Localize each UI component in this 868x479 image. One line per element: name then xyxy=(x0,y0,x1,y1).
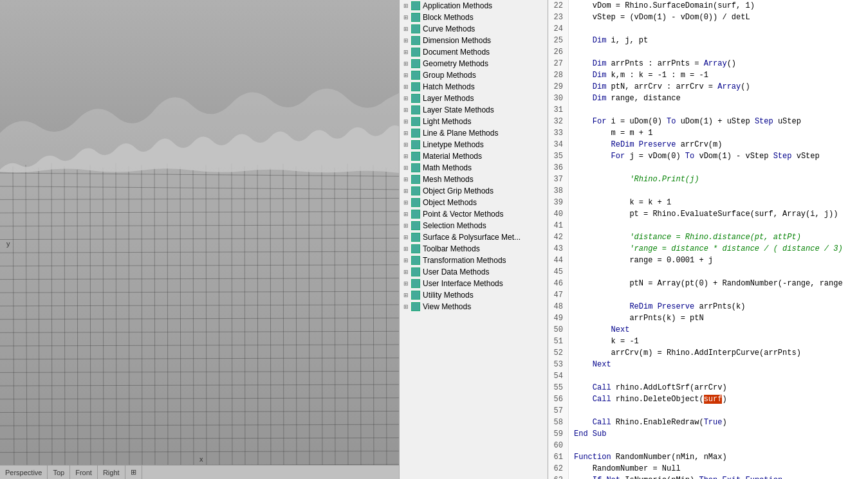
line-content-31 xyxy=(569,104,574,116)
tree-item-icon-22 xyxy=(411,256,420,265)
tree-item-icon-21 xyxy=(411,244,420,253)
code-line-30: 30 Dim range, distance xyxy=(548,93,868,104)
tree-item-label-2: Curve Methods xyxy=(423,24,475,33)
tree-item-25[interactable]: ⊞Utility Methods xyxy=(400,289,548,301)
line-number-25: 25 xyxy=(548,35,569,46)
tree-item-23[interactable]: ⊞User Data Methods xyxy=(400,266,548,278)
code-line-27: 27 Dim arrPnts : arrPnts = Array() xyxy=(548,58,868,69)
tree-item-label-12: Linetype Methods xyxy=(423,140,484,149)
line-number-49: 49 xyxy=(548,312,569,324)
expand-icon-2: ⊞ xyxy=(402,25,410,33)
code-line-33: 33 m = m + 1 xyxy=(548,127,868,139)
expand-icon-16: ⊞ xyxy=(402,187,410,195)
line-number-35: 35 xyxy=(548,150,569,162)
line-content-63: If Not IsNumeric(nMin) Then Exit Functio… xyxy=(569,474,782,479)
line-number-62: 62 xyxy=(548,463,569,474)
tree-item-8[interactable]: ⊞Layer Methods xyxy=(400,93,548,104)
code-line-47: 47 xyxy=(548,289,868,301)
line-content-60 xyxy=(569,440,574,451)
tab-top[interactable]: Top xyxy=(48,465,70,479)
tab-right[interactable]: Right xyxy=(98,465,125,479)
code-line-23: 23 vStep = (vDom(1) - vDom(0)) / detL xyxy=(548,12,868,23)
tree-item-12[interactable]: ⊞Linetype Methods xyxy=(400,139,548,150)
tree-item-0[interactable]: ⊞Application Methods xyxy=(400,0,548,12)
line-number-30: 30 xyxy=(548,93,569,104)
expand-icon-26: ⊞ xyxy=(402,303,410,311)
code-line-28: 28 Dim k,m : k = -1 : m = -1 xyxy=(548,69,868,81)
tree-item-label-19: Selection Methods xyxy=(423,221,486,230)
code-line-49: 49 arrPnts(k) = ptN xyxy=(548,312,868,324)
line-content-33: m = m + 1 xyxy=(569,127,652,139)
tree-item-label-9: Layer State Methods xyxy=(423,105,494,114)
tree-item-13[interactable]: ⊞Material Methods xyxy=(400,150,548,162)
line-content-45 xyxy=(569,266,574,278)
line-number-55: 55 xyxy=(548,382,569,393)
tree-item-icon-16 xyxy=(411,186,420,195)
expand-icon-21: ⊞ xyxy=(402,245,410,253)
tree-item-5[interactable]: ⊞Geometry Methods xyxy=(400,58,548,69)
code-editor[interactable]: 22 vDom = Rhino.SurfaceDomain(surf, 1)23… xyxy=(548,0,868,479)
tree-item-14[interactable]: ⊞Math Methods xyxy=(400,162,548,174)
line-content-62: RandomNumber = Null xyxy=(569,463,681,474)
tree-item-4[interactable]: ⊞Document Methods xyxy=(400,46,548,58)
line-number-39: 39 xyxy=(548,197,569,208)
expand-icon-7: ⊞ xyxy=(402,83,410,91)
tree-item-label-14: Math Methods xyxy=(423,163,472,172)
tree-item-15[interactable]: ⊞Mesh Methods xyxy=(400,174,548,185)
line-content-29: Dim ptN, arrCrv : arrCrv = Array() xyxy=(569,81,750,93)
tab-grid[interactable]: ⊞ xyxy=(125,465,142,479)
line-content-22: vDom = Rhino.SurfaceDomain(surf, 1) xyxy=(569,0,755,12)
line-content-58: Call Rhino.EnableRedraw(True) xyxy=(569,417,727,428)
expand-icon-11: ⊞ xyxy=(402,129,410,137)
line-content-35: For j = vDom(0) To vDom(1) - vStep Step … xyxy=(569,150,820,162)
line-number-42: 42 xyxy=(548,231,569,243)
tree-item-19[interactable]: ⊞Selection Methods xyxy=(400,220,548,231)
line-content-30: Dim range, distance xyxy=(569,93,681,104)
tree-item-24[interactable]: ⊞User Interface Methods xyxy=(400,278,548,289)
tab-front[interactable]: Front xyxy=(70,465,98,479)
viewport-tab-bar: Perspective Top Front Right ⊞ xyxy=(0,465,399,479)
code-line-24: 24 xyxy=(548,23,868,35)
code-line-43: 43 'range = distance * distance / ( dist… xyxy=(548,243,868,255)
line-content-61: Function RandomNumber(nMin, nMax) xyxy=(569,451,727,463)
code-line-59: 59End Sub xyxy=(548,428,868,440)
tree-item-9[interactable]: ⊞Layer State Methods xyxy=(400,104,548,116)
tree-item-label-4: Document Methods xyxy=(423,48,490,57)
tree-item-7[interactable]: ⊞Hatch Methods xyxy=(400,81,548,93)
tree-item-1[interactable]: ⊞Block Methods xyxy=(400,12,548,23)
tree-item-17[interactable]: ⊞Object Methods xyxy=(400,197,548,208)
code-line-31: 31 xyxy=(548,104,868,116)
tree-item-20[interactable]: ⊞Surface & Polysurface Met... xyxy=(400,231,548,243)
tree-item-11[interactable]: ⊞Line & Plane Methods xyxy=(400,127,548,139)
line-number-44: 44 xyxy=(548,255,569,266)
tree-item-6[interactable]: ⊞Group Methods xyxy=(400,69,548,81)
x-axis-label: x xyxy=(199,455,203,463)
code-line-29: 29 Dim ptN, arrCrv : arrCrv = Array() xyxy=(548,81,868,93)
tree-item-3[interactable]: ⊞Dimension Methods xyxy=(400,35,548,46)
tree-item-icon-12 xyxy=(411,140,420,149)
tree-item-icon-15 xyxy=(411,175,420,184)
mesh-svg xyxy=(0,0,399,479)
line-number-50: 50 xyxy=(548,324,569,336)
line-number-33: 33 xyxy=(548,127,569,139)
line-content-39: k = k + 1 xyxy=(569,197,671,208)
tree-item-21[interactable]: ⊞Toolbar Methods xyxy=(400,243,548,255)
tree-item-2[interactable]: ⊞Curve Methods xyxy=(400,23,548,35)
tree-item-22[interactable]: ⊞Transformation Methods xyxy=(400,255,548,266)
code-line-50: 50 Next xyxy=(548,324,868,336)
tree-item-icon-7 xyxy=(411,82,420,91)
line-number-36: 36 xyxy=(548,162,569,174)
tree-item-10[interactable]: ⊞Light Methods xyxy=(400,116,548,127)
tree-item-icon-1 xyxy=(411,13,420,22)
line-number-60: 60 xyxy=(548,440,569,451)
tree-item-26[interactable]: ⊞View Methods xyxy=(400,301,548,312)
line-number-47: 47 xyxy=(548,289,569,301)
code-line-58: 58 Call Rhino.EnableRedraw(True) xyxy=(548,417,868,428)
tab-perspective[interactable]: Perspective xyxy=(0,465,48,479)
tree-item-label-11: Line & Plane Methods xyxy=(423,129,498,138)
expand-icon-18: ⊞ xyxy=(402,210,410,218)
tree-item-18[interactable]: ⊞Point & Vector Methods xyxy=(400,208,548,220)
tree-item-16[interactable]: ⊞Object Grip Methods xyxy=(400,185,548,197)
mesh-viewport[interactable]: y x xyxy=(0,0,399,479)
tree-item-label-16: Object Grip Methods xyxy=(423,186,494,195)
